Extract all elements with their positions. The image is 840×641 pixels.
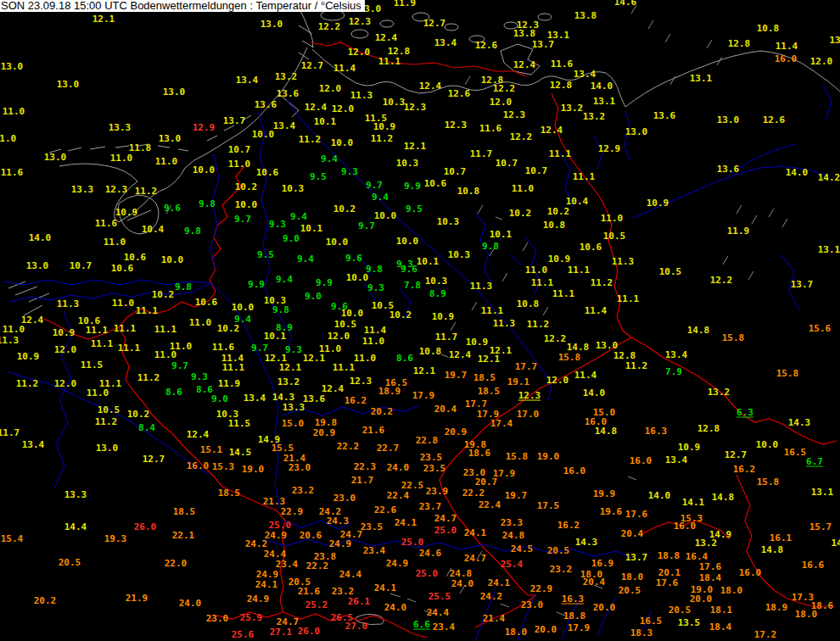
station-temp: 19.6 <box>600 507 623 516</box>
station-temp: 15.5 <box>272 443 294 453</box>
station-temperature-layer: 12.112.611.914.613.012.213.012.312.413.8… <box>0 0 840 641</box>
station-temp: 11.6 <box>1 168 24 177</box>
station-temp: 18.5 <box>173 507 196 516</box>
station-temp: 12.4 <box>540 125 563 135</box>
station-temp: 22.4 <box>387 491 410 500</box>
station-temp: 20.4 <box>434 404 457 414</box>
station-temp: 11.1 <box>333 363 356 372</box>
station-temp: 9.4 <box>372 192 389 202</box>
station-temp: 11.1 <box>617 294 640 304</box>
station-temp: 10.5 <box>659 267 682 276</box>
station-temp: 13.2 <box>275 72 298 81</box>
station-temp: 10.1 <box>314 117 337 126</box>
station-temp: 13.8 <box>513 29 536 38</box>
station-temp: 20.7 <box>475 477 498 487</box>
station-temp: 12.6 <box>475 41 498 50</box>
station-temp: 9.9 <box>248 280 265 289</box>
station-temp: 22.2 <box>462 488 485 498</box>
station-temp: 24.1 <box>464 528 487 538</box>
station-temp: 24.1 <box>255 580 278 589</box>
station-temp: 17.7 <box>465 399 488 409</box>
station-temp: 10.1 <box>264 332 287 341</box>
title-text: SON 23.09.18 15:00 UTC Bodenwettermeldun… <box>1 0 361 12</box>
station-temp: 13.0 <box>717 115 740 125</box>
station-temp: 17.5 <box>537 501 560 510</box>
station-temp: 12.0 <box>490 98 512 107</box>
station-temp: 8.6 <box>396 354 413 363</box>
station-temp: 10.9 <box>466 337 489 347</box>
station-temp: 23.0 <box>206 614 229 623</box>
station-temp: 19.8 <box>315 418 338 427</box>
station-temp: 24.0 <box>179 599 202 608</box>
station-temp: 19.0 <box>242 465 265 474</box>
station-temp: 14.0 <box>583 388 606 398</box>
station-temp: 11.2 <box>371 134 394 143</box>
station-temp: 16.9 <box>591 559 614 568</box>
station-temp: 21.9 <box>126 594 148 603</box>
station-temp: 10.9 <box>432 312 455 321</box>
station-temp: 10.4 <box>142 225 165 234</box>
station-temp: 10.0 <box>756 440 779 449</box>
station-temp: 10.3 <box>437 217 460 226</box>
station-temp: 9.0 <box>211 394 228 404</box>
station-temp: 13.2 <box>277 377 300 387</box>
station-temp: 25.9 <box>240 613 263 622</box>
station-temp: 23.5 <box>423 464 446 473</box>
station-temp: 12.6 <box>448 89 471 98</box>
station-temp: 18.9 <box>765 603 788 612</box>
station-temp: 11.0 <box>189 318 212 327</box>
station-temp: 14.8 <box>712 493 735 502</box>
station-temp: 10.6 <box>195 298 218 307</box>
station-temp: 23.3 <box>501 518 524 527</box>
station-temp: 9.3 <box>285 345 302 354</box>
station-temp: 9.0 <box>283 234 300 243</box>
station-temp: 12.3 <box>518 391 541 400</box>
station-temp: 19.9 <box>593 489 616 499</box>
station-temp: 20.4 <box>621 529 644 538</box>
station-temp: 13.3 <box>283 403 305 412</box>
station-temp: 13.2 <box>583 112 606 121</box>
station-temp: 14.0 <box>648 491 671 500</box>
station-temp: 24.0 <box>387 463 410 472</box>
station-temp: 9.8 <box>175 282 192 292</box>
station-temp: 11.1 <box>118 343 141 353</box>
station-temp: 9.8 <box>272 305 289 315</box>
station-temp: 10.5 <box>334 320 357 329</box>
station-temp: 13.0 <box>163 87 186 97</box>
station-temp: 24.9 <box>265 531 288 540</box>
station-temp: 11.5 <box>228 419 251 428</box>
station-temp: 10.2 <box>217 324 240 333</box>
station-temp: 16.0 <box>674 521 697 531</box>
station-temp: 18.0 <box>621 572 644 582</box>
station-temp: 20.2 <box>34 596 57 605</box>
station-temp: 10.6 <box>580 242 602 252</box>
station-temp: 18.8 <box>563 611 586 621</box>
station-temp: 13.1 <box>818 245 840 254</box>
station-temp: 11.0 <box>228 159 251 169</box>
station-temp: 10.2 <box>547 207 570 216</box>
station-temp: 11.0 <box>87 388 109 398</box>
station-temp: 24.4 <box>264 549 287 559</box>
station-temp: 16.0 <box>563 466 586 476</box>
station-temp: 11.2 <box>625 361 648 371</box>
station-temp: 10.9 <box>115 208 138 217</box>
station-temp: 17.9 <box>568 623 591 633</box>
station-temp: 19.3 <box>104 534 127 543</box>
station-temp: 13.4 <box>665 350 688 360</box>
station-temp: 10.9 <box>373 122 396 131</box>
station-temp: 12.0 <box>546 376 569 385</box>
station-temp: 24.0 <box>451 579 474 588</box>
station-temp: 20.0 <box>690 594 713 604</box>
station-temp: 14.8 <box>567 343 590 352</box>
station-temp: 10.8 <box>543 220 566 230</box>
station-temp: 11.3 <box>350 91 373 100</box>
station-temp: 11.6 <box>212 343 235 352</box>
station-temp: 14.6 <box>614 0 637 7</box>
station-temp: 13.0 <box>44 153 67 162</box>
station-temp: 25.5 <box>428 592 451 601</box>
station-temp: 14.0 <box>29 233 52 242</box>
station-temp: 20.2 <box>371 407 394 416</box>
station-temp: 13.4 <box>574 70 596 79</box>
station-temp: 11.0 <box>0 134 16 143</box>
station-temp: 14.8 <box>761 545 784 555</box>
